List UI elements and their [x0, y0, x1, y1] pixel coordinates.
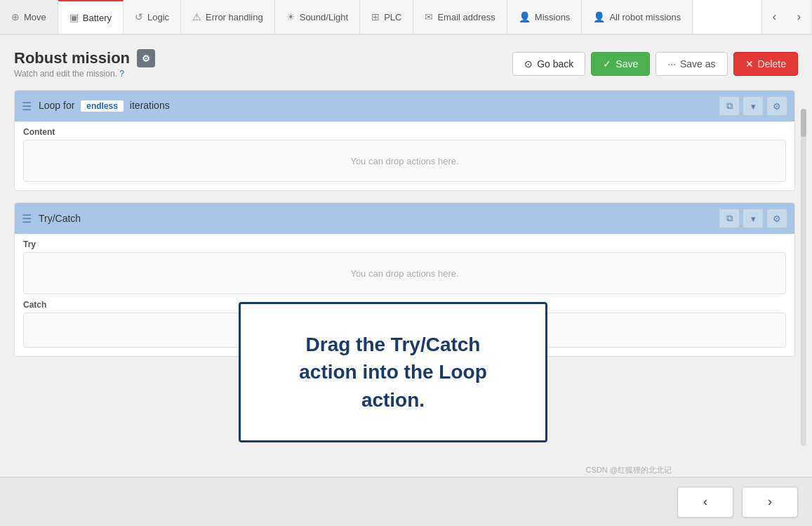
tab-error-handling[interactable]: ⚠ Error handling: [181, 0, 275, 34]
loop-copy-icon: ⧉: [726, 100, 733, 112]
nav-prev-btn[interactable]: ‹: [761, 0, 787, 34]
tab-missions-label: Missions: [535, 12, 571, 22]
save-as-icon: ···: [667, 58, 676, 70]
tab-sound-label: Sound/Light: [300, 12, 348, 22]
nav-next-btn[interactable]: ›: [787, 0, 812, 34]
email-icon: ✉: [425, 11, 433, 22]
bottom-next-icon: ›: [768, 494, 772, 509]
tooltip-text: Drag the Try/Catchaction into the Loopac…: [285, 317, 501, 428]
watermark-text: CSDN @红狐狸的北北记: [586, 465, 672, 475]
try-catch-title: Try/Catch: [39, 213, 712, 224]
save-button[interactable]: ✓ Save: [591, 52, 650, 76]
error-icon: ⚠: [192, 11, 201, 22]
try-drop-zone[interactable]: You can drop actions here.: [23, 252, 786, 294]
go-back-icon: ⊙: [524, 58, 533, 70]
header-buttons: ⊙ Go back ✓ Save ··· Save as ✕ Delete: [512, 52, 798, 76]
loop-title-suffix: iterations: [130, 100, 170, 111]
tab-sound-light[interactable]: ☀ Sound/Light: [275, 0, 360, 34]
try-catch-settings-button[interactable]: ⚙: [766, 209, 787, 228]
loop-body: Content You can drop actions here.: [15, 121, 794, 190]
loop-drop-zone[interactable]: You can drop actions here.: [23, 140, 786, 182]
save-label: Save: [615, 58, 638, 70]
missions-icon: 👤: [519, 11, 531, 22]
loop-drag-icon[interactable]: ☰: [22, 100, 32, 113]
nav-next-icon: ›: [797, 11, 801, 23]
settings-gear-button[interactable]: ⚙: [137, 49, 155, 67]
scrollbar[interactable]: [801, 109, 806, 446]
bottom-prev-icon: ‹: [703, 494, 707, 509]
loop-badge: endless: [80, 100, 124, 112]
tab-plc[interactable]: ⊞ PLC: [360, 0, 413, 34]
tab-all-robot-missions[interactable]: 👤 All robot missions: [582, 0, 693, 34]
tab-move-label: Move: [24, 12, 46, 22]
delete-icon: ✕: [745, 58, 754, 70]
logic-icon: ↺: [135, 11, 143, 22]
try-catch-copy-icon: ⧉: [726, 213, 733, 224]
try-catch-action-buttons: ⧉ ▾ ⚙: [719, 209, 787, 228]
bottom-next-button[interactable]: ›: [742, 487, 798, 518]
go-back-button[interactable]: ⊙ Go back: [512, 52, 585, 76]
sound-icon: ☀: [286, 11, 295, 22]
try-label: Try: [23, 234, 786, 252]
loop-title: Loop for endless iterations: [39, 100, 712, 112]
try-catch-drag-icon[interactable]: ☰: [22, 212, 32, 225]
tab-logic-label: Logic: [147, 12, 169, 22]
nav-arrows: ‹ ›: [761, 0, 812, 34]
try-catch-settings-icon: ⚙: [773, 213, 781, 224]
tab-plc-label: PLC: [384, 12, 401, 22]
loop-action-buttons: ⧉ ▾ ⚙: [719, 96, 787, 116]
save-icon: ✓: [603, 58, 611, 70]
try-catch-title-text: Try/Catch: [39, 213, 81, 224]
scroll-thumb[interactable]: [801, 109, 806, 137]
tab-error-label: Error handling: [206, 12, 263, 22]
loop-copy-button[interactable]: ⧉: [719, 96, 740, 116]
tab-email[interactable]: ✉ Email address: [413, 0, 507, 34]
page-title: Robust mission ⚙: [14, 49, 155, 67]
loop-settings-icon: ⚙: [773, 101, 781, 112]
tab-email-label: Email address: [437, 12, 495, 22]
loop-action-block: ☰ Loop for endless iterations ⧉ ▾: [14, 90, 795, 191]
loop-dropdown-icon: ▾: [751, 101, 756, 112]
subtitle-text: Watch and edit the mission.: [14, 69, 117, 79]
battery-icon: ▣: [69, 12, 79, 23]
tooltip-overlay: Drag the Try/Catchaction into the Loopac…: [239, 302, 547, 442]
tab-all-missions-label: All robot missions: [609, 12, 681, 22]
page-title-text: Robust mission: [14, 49, 130, 67]
loop-action-header: ☰ Loop for endless iterations ⧉ ▾: [15, 91, 794, 121]
move-icon: ⊕: [11, 11, 20, 22]
tab-battery-label: Battery: [83, 13, 112, 23]
try-drop-text: You can drop actions here.: [350, 268, 458, 279]
tab-missions[interactable]: 👤 Missions: [507, 0, 583, 34]
plc-icon: ⊞: [371, 11, 380, 22]
loop-content-label: Content: [23, 121, 786, 140]
delete-label: Delete: [758, 58, 786, 70]
page-title-area: Robust mission ⚙ Watch and edit the miss…: [14, 49, 155, 79]
save-as-button[interactable]: ··· Save as: [655, 52, 727, 76]
page-subtitle: Watch and edit the mission. ?: [14, 69, 155, 79]
all-missions-icon: 👤: [593, 11, 605, 22]
loop-settings-button[interactable]: ⚙: [766, 96, 787, 116]
header-row: Robust mission ⚙ Watch and edit the miss…: [14, 49, 798, 79]
save-as-label: Save as: [680, 58, 716, 70]
tab-battery[interactable]: ▣ Battery: [58, 0, 124, 34]
help-link[interactable]: ?: [119, 69, 124, 79]
try-catch-copy-button[interactable]: ⧉: [719, 209, 740, 228]
bottom-bar: CSDN @红狐狸的北北记 ‹ ›: [0, 477, 812, 526]
loop-title-prefix: Loop for: [39, 100, 74, 111]
nav-prev-icon: ‹: [773, 11, 776, 23]
try-catch-dropdown-icon: ▾: [751, 213, 756, 224]
loop-drop-text: You can drop actions here.: [350, 156, 458, 166]
try-catch-header: ☰ Try/Catch ⧉ ▾ ⚙: [15, 203, 794, 234]
try-catch-dropdown-button[interactable]: ▾: [743, 209, 764, 228]
loop-dropdown-button[interactable]: ▾: [743, 96, 764, 116]
delete-button[interactable]: ✕ Delete: [733, 52, 798, 76]
bottom-prev-button[interactable]: ‹: [677, 487, 733, 518]
tab-logic[interactable]: ↺ Logic: [124, 0, 181, 34]
nav-tabs: ⊕ Move ▣ Battery ↺ Logic ⚠ Error handlin…: [0, 0, 812, 35]
go-back-label: Go back: [537, 58, 573, 70]
tab-move[interactable]: ⊕ Move: [0, 0, 58, 34]
